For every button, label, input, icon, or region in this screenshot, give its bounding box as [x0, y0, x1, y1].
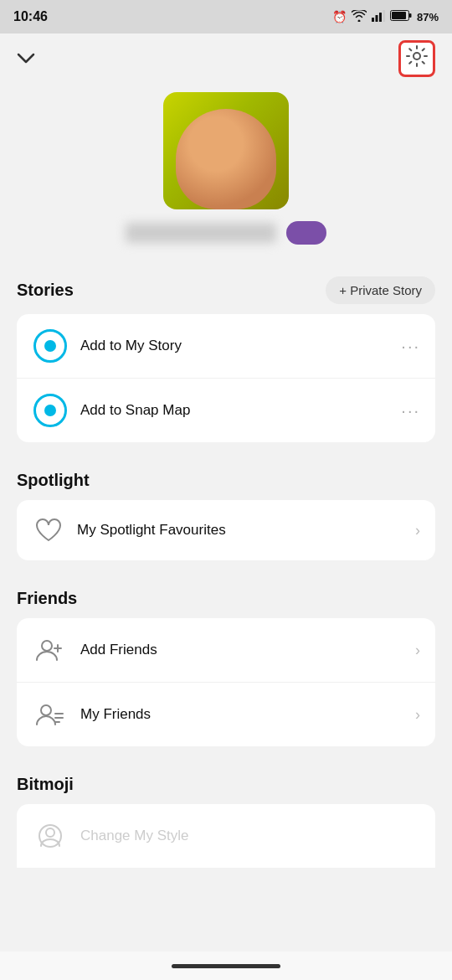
profile-section	[0, 84, 452, 261]
signal-icon	[372, 10, 385, 24]
header	[0, 34, 452, 84]
camera-icon	[32, 328, 69, 364]
bitmoji-section: Bitmoji Change My Style	[0, 760, 452, 874]
bitmoji-change-icon	[32, 818, 69, 854]
status-bar: 10:46 ⏰	[0, 0, 452, 34]
battery-text: 87%	[417, 11, 439, 23]
battery-icon	[390, 10, 412, 23]
friends-header: Friends	[17, 589, 435, 608]
stories-header: Stories + Private Story	[17, 276, 435, 304]
bitmoji-avatar	[176, 109, 276, 209]
username-area	[126, 221, 326, 245]
add-snap-map-label: Add to Snap Map	[80, 402, 401, 419]
chevron-down-icon[interactable]	[17, 48, 35, 70]
svg-rect-2	[379, 13, 382, 22]
add-my-story-label: Add to My Story	[80, 338, 401, 354]
chevron-right-add-friends-icon: ›	[415, 642, 420, 659]
private-story-button[interactable]: + Private Story	[326, 276, 435, 304]
my-friends-label: My Friends	[80, 706, 415, 723]
bitmoji-header: Bitmoji	[17, 775, 435, 794]
svg-rect-1	[375, 15, 378, 22]
svg-point-8	[42, 641, 52, 651]
svg-point-9	[41, 705, 51, 715]
chevron-right-spotlight-icon: ›	[415, 522, 420, 539]
add-to-my-story-item[interactable]: Add to My Story ···	[17, 314, 435, 378]
friends-card-group: Add Friends › My Friends ›	[17, 618, 435, 746]
svg-rect-5	[392, 12, 406, 19]
svg-rect-6	[409, 13, 412, 18]
spotlight-favourites-item[interactable]: My Spotlight Favourites ›	[17, 500, 435, 560]
settings-button[interactable]	[398, 40, 435, 77]
spotlight-section: Spotlight My Spotlight Favourites ›	[0, 456, 452, 574]
chevron-right-my-friends-icon: ›	[415, 706, 420, 724]
stories-card-group: Add to My Story ··· Add to Snap Map ···	[17, 314, 435, 442]
more-options-snap-map-icon[interactable]: ···	[401, 401, 420, 420]
more-options-icon[interactable]: ···	[401, 337, 420, 356]
alarm-icon: ⏰	[332, 10, 347, 23]
heart-icon	[32, 513, 65, 547]
username-blur	[126, 223, 276, 243]
my-friends-icon	[32, 696, 69, 733]
svg-point-14	[46, 828, 54, 837]
stories-title: Stories	[17, 281, 74, 300]
friends-section: Friends Add Friends ›	[0, 574, 452, 760]
wifi-icon	[352, 10, 367, 24]
bottom-bar	[0, 952, 452, 980]
svg-rect-3	[383, 10, 385, 22]
change-style-label: Change My Style	[80, 828, 188, 844]
camera-snap-map-icon	[32, 392, 69, 429]
add-friends-label: Add Friends	[80, 642, 415, 658]
add-to-snap-map-item[interactable]: Add to Snap Map ···	[17, 378, 435, 442]
add-friends-icon	[32, 632, 69, 668]
add-friends-item[interactable]: Add Friends ›	[17, 618, 435, 682]
home-indicator	[172, 964, 280, 968]
spotlight-favourites-label: My Spotlight Favourites	[77, 522, 415, 539]
snap-score	[286, 221, 326, 245]
change-style-item[interactable]: Change My Style	[17, 804, 435, 868]
stories-section: Stories + Private Story Add to My Story …	[0, 261, 452, 456]
status-icons: ⏰ 87%	[332, 10, 439, 24]
spotlight-card-group: My Spotlight Favourites ›	[17, 500, 435, 560]
spotlight-header: Spotlight	[17, 471, 435, 490]
friends-title: Friends	[17, 589, 77, 608]
bitmoji-title: Bitmoji	[17, 775, 74, 794]
svg-point-7	[413, 53, 420, 59]
avatar[interactable]	[163, 92, 289, 209]
spotlight-title: Spotlight	[17, 471, 90, 490]
svg-rect-0	[372, 18, 374, 22]
gear-icon	[406, 45, 428, 72]
status-time: 10:46	[13, 9, 48, 24]
my-friends-item[interactable]: My Friends ›	[17, 682, 435, 746]
